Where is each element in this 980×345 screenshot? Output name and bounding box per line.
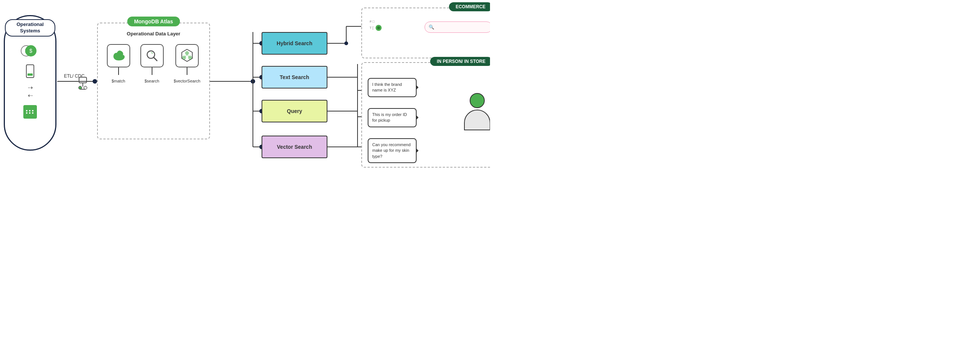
operational-systems-box: Operational Systems $ $ ⇢ ⇠ <box>4 15 56 151</box>
search-icon-box <box>140 44 164 67</box>
svg-point-1 <box>92 79 97 84</box>
pipeline-icons: $match $search <box>102 44 205 83</box>
dollar-icon: $ $ <box>21 43 40 58</box>
svg-point-27 <box>79 86 82 89</box>
widget-icons: # □ T [ <box>369 19 382 32</box>
ecommerce-search-input[interactable]: 🔍 <box>425 21 490 33</box>
vectorsearch-operator: $vectorSearch <box>174 44 200 83</box>
vectorsearch-icon-box <box>175 44 199 67</box>
query-label: Query <box>287 108 302 114</box>
svg-line-39 <box>185 54 187 56</box>
query-box: Query <box>262 100 328 133</box>
architecture-diagram: Operational Systems $ $ ⇢ ⇠ <box>0 0 490 172</box>
svg-point-28 <box>84 86 87 89</box>
svg-line-40 <box>187 54 189 56</box>
match-operator: $match <box>107 44 130 83</box>
match-icon-box <box>107 44 130 67</box>
ecommerce-badge: ECOMMERCE <box>449 2 490 11</box>
vector-search-box: Vector Search <box>262 136 328 169</box>
svg-point-38 <box>189 57 191 58</box>
person-head <box>470 93 485 108</box>
speech-bubble-3: Can you recommend make up for my skin ty… <box>368 138 417 163</box>
vector-search-label: Vector Search <box>277 144 312 150</box>
speech-bubble-1: I think the brand name is XYZ <box>368 78 417 97</box>
person-body <box>464 110 490 130</box>
search-operator: $search <box>140 44 164 83</box>
mongodb-badge: MongoDB Atlas <box>127 17 180 26</box>
svg-point-36 <box>183 57 185 58</box>
vectorsearch-label: $vectorSearch <box>174 79 200 83</box>
mongodb-atlas-area: MongoDB Atlas Operational Data Layer $ma… <box>97 22 210 139</box>
hybrid-search-label: Hybrid Search <box>277 40 312 46</box>
svg-point-42 <box>377 26 380 29</box>
match-label: $match <box>111 79 125 83</box>
connector-icon <box>73 73 92 94</box>
inperson-badge: IN PERSON/ IN STORE <box>430 57 490 66</box>
ecommerce-panel: ECOMMERCE # □ T [ 🔍 <box>361 8 490 58</box>
arrows-icon: ⇢ ⇠ <box>28 84 33 99</box>
operational-systems-title: Operational Systems <box>5 19 55 37</box>
inperson-panel: IN PERSON/ IN STORE I think the brand na… <box>361 62 490 168</box>
person-icon <box>462 93 490 131</box>
hybrid-search-box: Hybrid Search <box>262 32 328 65</box>
phone-icon <box>26 64 34 78</box>
svg-point-3 <box>251 79 255 84</box>
database-icon <box>23 105 37 119</box>
mongodb-subtitle: Operational Data Layer <box>98 31 209 37</box>
search-label: $search <box>145 79 159 83</box>
search-icon: 🔍 <box>429 24 434 30</box>
svg-point-34 <box>186 52 188 54</box>
svg-line-31 <box>154 57 157 61</box>
text-search-box: Text Search <box>262 66 328 99</box>
svg-marker-32 <box>182 50 192 61</box>
svg-rect-25 <box>79 77 87 83</box>
svg-point-16 <box>344 42 348 45</box>
text-search-label: Text Search <box>280 74 309 80</box>
speech-bubble-2: This is my order ID for pickup <box>368 108 417 127</box>
